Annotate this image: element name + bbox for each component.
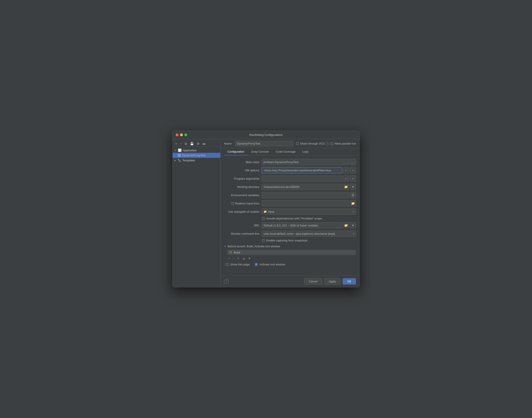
env-vars-browse-button[interactable]: ☰ [350,192,356,198]
ok-button[interactable]: OK [343,278,356,285]
traffic-lights [176,133,187,136]
build-toolbar: + − ✎ ▲ ▼ [224,256,356,261]
cancel-button[interactable]: Cancel [304,278,322,285]
program-args-input[interactable] [262,175,342,182]
sidebar-templates-label: Templates [182,159,195,162]
shorten-cmd-select[interactable]: user-local default: none – java [options… [262,231,356,237]
vm-options-input[interactable] [262,167,342,173]
jre-input[interactable]: Default (1.8.0_221 – SDK of 'base' modul… [262,222,342,228]
working-dir-browse-button[interactable]: 📁 [343,184,349,190]
build-move-up-button[interactable]: ▲ [241,256,246,261]
enable-snapshots-label: Enable capturing form snapshots [266,239,308,242]
jre-browse-button[interactable]: 📁 [343,222,349,228]
redirect-input-label: Redirect input from: [235,202,260,205]
program-args-expand-button[interactable]: + [343,175,349,182]
before-launch-expand-icon[interactable]: ▼ [224,245,226,248]
share-vcs-help-icon[interactable]: ? [326,142,329,145]
main-class-input-group: … [262,159,356,165]
more-button[interactable]: ▸▸ [202,142,207,146]
save-config-button[interactable]: 💾 [189,142,195,146]
maximize-button[interactable] [184,133,187,136]
enable-snapshots-checkbox[interactable] [262,239,265,242]
working-dir-input[interactable] [262,184,342,190]
before-launch-section: ▼ Before launch: Build, Activate tool wi… [224,245,356,248]
build-edit-button[interactable]: ✎ [236,256,241,261]
classpath-row: Use classpath of module: 📁 base ▾ [224,209,356,215]
main-content: + − ⧉ 💾 ⚙ ▸▸ ▼ ⬜ Application DynamicProx… [173,139,359,287]
jre-dropdown-button[interactable]: ▾ [350,222,356,228]
activate-window-checkbox[interactable]: ✓ [255,263,258,266]
include-deps-label: Include dependencies with "Provided" sco… [266,217,322,220]
allow-parallel-checkbox[interactable] [330,142,333,145]
allow-parallel-label: Allow parallel run [334,142,356,145]
share-vcs-checkbox[interactable] [296,142,299,145]
env-vars-input-group: ☰ [262,192,356,198]
build-label: Build [234,251,240,254]
vcs-group: Share through VCS ? Allow parallel run [296,142,356,145]
templates-icon: 🔧 [177,159,181,162]
tab-grep-console[interactable]: Grep Console [248,148,272,155]
expand-application-icon: ▼ [174,149,176,151]
redirect-input-checkbox[interactable] [231,202,234,205]
form-area: Main class: … VM options: + ⤢ [220,155,359,275]
vm-options-fullscreen-button[interactable]: ⤢ [350,167,356,173]
name-label: Name: [224,142,232,145]
name-input[interactable] [235,141,293,146]
tab-logs[interactable]: Logs [299,148,312,155]
sidebar-section-templates[interactable]: ▶ 🔧 Templates [173,158,220,163]
help-button[interactable]: ? [224,279,229,284]
classpath-label: Use classpath of module: [224,210,260,213]
close-button[interactable] [176,133,178,136]
main-class-browse-button[interactable]: … [350,159,356,165]
activate-window-label: Activate tool window [259,263,285,266]
working-dir-row: Working directory: 📁 ▾ [224,184,356,190]
tabs: Configuration Grep Console Code Coverage… [220,148,359,155]
main-class-input[interactable] [262,159,349,165]
remove-config-button[interactable]: − [179,142,183,146]
vm-options-expand-button[interactable]: + [343,167,349,173]
sidebar-section-application[interactable]: ▼ ⬜ Application [173,148,220,153]
redirect-input-group: 📁 [262,200,356,206]
include-deps-checkbox[interactable] [262,217,265,220]
program-args-label: Program arguments: [224,177,260,180]
classpath-value: base [268,210,274,213]
jre-value: Default (1.8.0_221 – SDK of 'base' modul… [264,224,318,227]
vm-options-label: VM options: [224,169,260,172]
share-vcs-wrapper[interactable]: Share through VCS ? [296,142,329,145]
main-class-label: Main class: [224,161,260,164]
program-args-fullscreen-button[interactable]: ⤢ [350,175,356,182]
expand-templates-icon: ▶ [174,159,176,162]
application-icon: ⬜ [178,149,182,152]
sidebar-application-label: Application [183,149,197,152]
tab-configuration[interactable]: Configuration [224,148,248,155]
show-page-checkbox[interactable] [226,263,229,266]
allow-parallel-wrapper[interactable]: Allow parallel run [330,142,356,145]
apply-button[interactable]: Apply [324,278,341,285]
env-vars-input[interactable] [262,192,349,198]
footer-buttons: Cancel Apply OK [304,278,356,285]
build-move-down-button[interactable]: ▼ [247,256,252,261]
vm-options-input-group: + ⤢ [262,167,356,173]
minimize-button[interactable] [180,133,183,136]
working-dir-dropdown-button[interactable]: ▾ [350,184,356,190]
before-launch-title: Before launch: Build, Activate tool wind… [228,245,280,248]
run-debug-configurations-window: Run/Debug Configurations + − ⧉ 💾 ⚙ ▸▸ ▼ … [173,131,359,287]
env-vars-row: Environment variables: ☰ [224,192,356,198]
redirect-input-browse-button[interactable]: 📁 [350,200,356,206]
jre-row: JRE: Default (1.8.0_221 – SDK of 'base' … [224,222,356,228]
footer: ? Cancel Apply OK [220,275,359,287]
copy-config-button[interactable]: ⧉ [184,142,188,146]
sidebar-item-dynamic-proxy-test[interactable]: DynamicProxyTest [173,153,220,158]
add-config-button[interactable]: + [174,142,178,146]
redirect-input-field[interactable] [262,200,349,206]
config-file-icon [178,154,181,157]
sidebar: + − ⧉ 💾 ⚙ ▸▸ ▼ ⬜ Application DynamicProx… [173,139,220,287]
shorten-cmd-label: Shorten command line: [224,232,260,235]
classpath-arrow-icon: ▾ [353,210,354,213]
jre-label: JRE: [224,224,260,227]
settings-config-button[interactable]: ⚙ [196,142,200,146]
tab-code-coverage[interactable]: Code Coverage [272,148,299,155]
classpath-select[interactable]: 📁 base ▾ [262,209,356,215]
build-remove-button[interactable]: − [232,256,235,261]
build-add-button[interactable]: + [228,256,231,261]
